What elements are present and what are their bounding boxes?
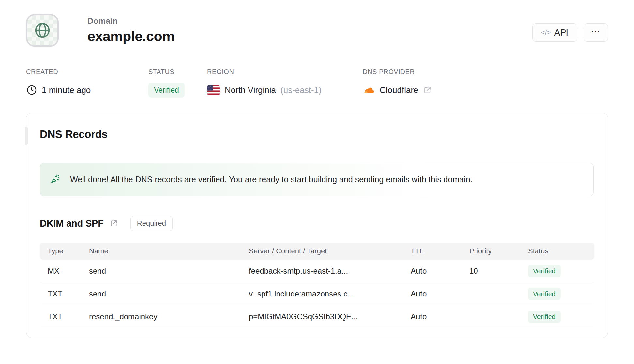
domain-meta-row: CREATED 1 minute ago STATUS Verified REG… bbox=[0, 68, 634, 98]
header-text: Domain example.com bbox=[87, 16, 174, 44]
success-banner: Well done! All the DNS records are verif… bbox=[40, 163, 594, 196]
status-label: STATUS bbox=[148, 68, 207, 76]
column-header-content: Server / Content / Target bbox=[249, 247, 411, 255]
created-value: 1 minute ago bbox=[42, 85, 91, 95]
verified-badge: Verified bbox=[528, 265, 561, 277]
column-header-name: Name bbox=[89, 247, 249, 255]
clock-icon bbox=[26, 84, 37, 96]
record-priority: 10 bbox=[469, 266, 528, 276]
dns-records-card: DNS Records Well done! All the DNS recor… bbox=[26, 113, 608, 338]
external-link-icon[interactable] bbox=[110, 219, 118, 228]
page-eyebrow: Domain bbox=[87, 16, 174, 26]
cloudflare-icon bbox=[363, 85, 375, 95]
more-options-button[interactable]: ⋯ bbox=[584, 23, 608, 42]
record-content: v=spf1 include:amazonses.c... bbox=[249, 289, 411, 298]
dns-table-header: Type Name Server / Content / Target TTL … bbox=[40, 243, 594, 260]
meta-created: CREATED 1 minute ago bbox=[26, 68, 148, 98]
us-flag-icon bbox=[207, 85, 220, 95]
record-status: Verified bbox=[528, 265, 586, 277]
record-status: Verified bbox=[528, 311, 586, 323]
page-header: Domain example.com </> API ⋯ bbox=[0, 0, 634, 47]
meta-region: REGION bbox=[207, 68, 363, 98]
dns-provider-label: DNS PROVIDER bbox=[363, 68, 432, 76]
record-type: TXT bbox=[48, 289, 89, 298]
record-name: send bbox=[89, 289, 249, 298]
globe-icon bbox=[33, 21, 52, 40]
dns-record-row[interactable]: TXT send v=spf1 include:amazonses.c... A… bbox=[40, 282, 594, 305]
meta-dns-provider: DNS PROVIDER Cloudflare bbox=[363, 68, 432, 98]
dns-record-row[interactable]: MX send feedback-smtp.us-east-1.a... Aut… bbox=[40, 260, 594, 282]
domain-avatar bbox=[26, 14, 59, 47]
party-popper-icon bbox=[49, 174, 61, 186]
status-badge: Verified bbox=[148, 83, 185, 98]
region-value: North Virginia bbox=[225, 85, 276, 95]
ellipsis-icon: ⋯ bbox=[591, 25, 601, 37]
region-code: (us-east-1) bbox=[280, 85, 322, 95]
verified-badge: Verified bbox=[528, 311, 561, 323]
record-name: resend._domainkey bbox=[89, 312, 249, 321]
record-name: send bbox=[89, 266, 249, 276]
dns-record-row[interactable]: TXT resend._domainkey p=MIGfMA0GCSqGSIb3… bbox=[40, 305, 594, 328]
api-button[interactable]: </> API bbox=[532, 23, 577, 42]
record-type: TXT bbox=[48, 312, 89, 321]
column-header-ttl: TTL bbox=[411, 247, 469, 255]
record-content: p=MIGfMA0GCSqGSIb3DQE... bbox=[249, 312, 411, 321]
page-title: example.com bbox=[87, 28, 174, 44]
record-ttl: Auto bbox=[411, 266, 469, 276]
success-banner-text: Well done! All the DNS records are verif… bbox=[70, 175, 473, 184]
dns-provider-value: Cloudflare bbox=[380, 85, 418, 95]
header-actions: </> API ⋯ bbox=[532, 23, 608, 42]
dns-table-body: MX send feedback-smtp.us-east-1.a... Aut… bbox=[40, 260, 594, 328]
code-icon: </> bbox=[541, 28, 551, 37]
dns-table: Type Name Server / Content / Target TTL … bbox=[40, 243, 594, 328]
column-header-type: Type bbox=[48, 247, 89, 255]
column-header-priority: Priority bbox=[469, 247, 528, 255]
section-accent-pill bbox=[25, 127, 28, 145]
record-content: feedback-smtp.us-east-1.a... bbox=[249, 266, 411, 276]
dkim-spf-title: DKIM and SPF bbox=[40, 218, 104, 229]
external-link-icon[interactable] bbox=[423, 85, 432, 95]
domain-detail-page: Domain example.com </> API ⋯ CREATED bbox=[0, 0, 634, 364]
record-status: Verified bbox=[528, 288, 586, 300]
created-label: CREATED bbox=[26, 68, 148, 76]
dkim-spf-section-header: DKIM and SPF Required bbox=[40, 216, 594, 231]
region-label: REGION bbox=[207, 68, 363, 76]
verified-badge: Verified bbox=[528, 288, 561, 300]
api-button-label: API bbox=[554, 28, 568, 38]
record-type: MX bbox=[48, 266, 89, 276]
dns-records-title: DNS Records bbox=[40, 128, 594, 141]
meta-status: STATUS Verified bbox=[148, 68, 207, 98]
record-ttl: Auto bbox=[411, 289, 469, 298]
column-header-status: Status bbox=[528, 247, 586, 255]
record-ttl: Auto bbox=[411, 312, 469, 321]
required-badge: Required bbox=[130, 216, 173, 231]
